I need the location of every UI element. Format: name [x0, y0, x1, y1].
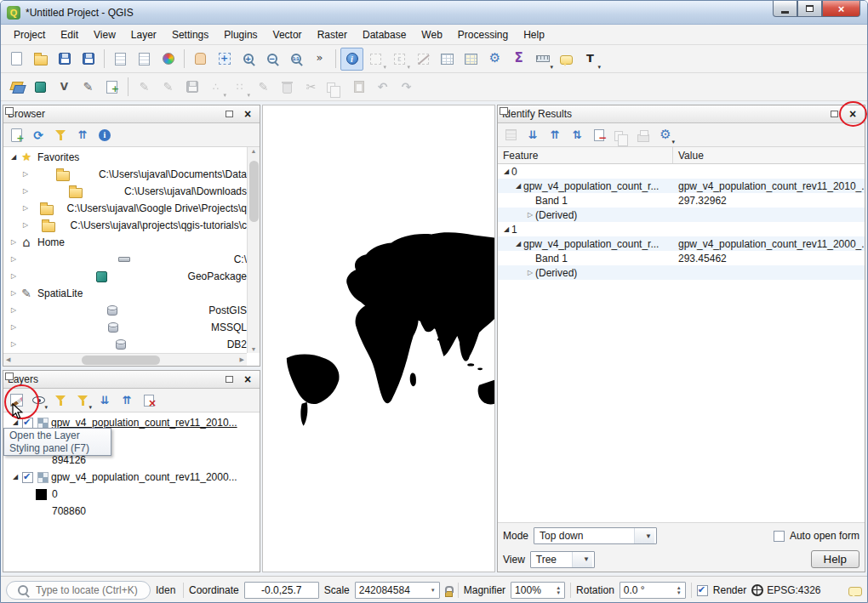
identify-row[interactable]: ▷(Derived): [498, 208, 865, 222]
menu-database[interactable]: Database: [355, 26, 414, 43]
save-project-as-button[interactable]: [77, 48, 100, 71]
float-panel-button[interactable]: [221, 373, 237, 387]
browser-tree-item[interactable]: ▷DB2: [3, 336, 247, 353]
scroll-up-icon[interactable]: ▲: [248, 148, 260, 154]
zoom-in-button[interactable]: +: [237, 48, 260, 71]
messages-button[interactable]: [848, 587, 862, 596]
expand-new-results-button[interactable]: ⇅: [567, 125, 587, 145]
expander-icon[interactable]: ▷: [525, 210, 535, 220]
menu-plugins[interactable]: Plugins: [216, 26, 265, 43]
menu-view[interactable]: View: [86, 26, 123, 43]
new-print-layout-button[interactable]: [109, 48, 132, 71]
browser-tree-item[interactable]: ▷C:\Users\ujaval\Documents\Data: [3, 166, 247, 183]
identify-settings-button[interactable]: ⚙▾: [655, 125, 676, 145]
zoom-native-resolution-button[interactable]: 1:1: [284, 48, 307, 71]
refresh-browser-button[interactable]: ⟳: [28, 125, 49, 145]
mode-dropdown[interactable]: Top down ▼: [534, 527, 657, 544]
legend-item[interactable]: 708860: [3, 503, 260, 520]
pan-map-button[interactable]: [189, 48, 212, 71]
save-project-button[interactable]: [53, 48, 76, 71]
close-window-button[interactable]: ×: [822, 1, 860, 17]
horizontal-scrollbar[interactable]: ◀ ▶: [3, 353, 247, 366]
collapse-tree-button[interactable]: ⇈: [545, 125, 565, 145]
close-identify-panel-button[interactable]: ×: [845, 107, 860, 122]
expander-icon[interactable]: ◢: [10, 472, 20, 482]
expander-icon[interactable]: ▷: [20, 220, 31, 230]
expander-icon[interactable]: ◢: [9, 152, 19, 162]
expand-all-button[interactable]: ⇊: [94, 390, 115, 411]
open-data-source-manager-button[interactable]: [5, 76, 28, 99]
titlebar[interactable]: Q *Untitled Project - QGIS ×: [1, 1, 867, 25]
browser-tree-item[interactable]: ◢★Favorites: [3, 149, 247, 166]
remove-layer-button[interactable]: [139, 390, 159, 411]
expand-tree-button[interactable]: ⇊: [523, 125, 543, 145]
close-panel-button[interactable]: ×: [240, 107, 255, 122]
layer-visibility-checkbox[interactable]: [22, 472, 33, 483]
open-attribute-table-button[interactable]: [436, 48, 459, 71]
browser-tree-item[interactable]: ▷C:\Users\ujaval\Downloads: [3, 183, 247, 200]
spinner-arrows-icon[interactable]: ▲▼: [556, 585, 561, 595]
identify-row[interactable]: ◢1: [498, 222, 865, 236]
menu-raster[interactable]: Raster: [310, 26, 355, 43]
expander-icon[interactable]: ▷: [525, 268, 535, 278]
open-layer-styling-button[interactable]: [6, 390, 26, 411]
menu-settings[interactable]: Settings: [164, 26, 216, 43]
crs-status[interactable]: EPSG:4326: [751, 583, 820, 598]
collapse-all-button[interactable]: ⇈: [117, 390, 137, 411]
browser-tree-item[interactable]: ▷✎SpatiaLite: [3, 285, 247, 302]
layer-visibility-checkbox[interactable]: [22, 418, 33, 429]
identify-row[interactable]: ◢0: [498, 164, 865, 179]
statistics-summary-button[interactable]: Σ: [507, 48, 530, 71]
options-button[interactable]: ⚙: [483, 48, 506, 71]
filter-browser-button[interactable]: [50, 125, 71, 145]
browser-tree-item[interactable]: ▷C:\: [3, 251, 247, 268]
field-calculator-button[interactable]: [460, 48, 483, 71]
browser-tree-item[interactable]: ▷MSSQL: [3, 319, 247, 336]
locator-search[interactable]: [6, 581, 151, 600]
menu-help[interactable]: Help: [516, 26, 552, 43]
expander-icon[interactable]: ▷: [9, 305, 19, 316]
float-panel-button[interactable]: [826, 107, 842, 122]
expander-icon[interactable]: ▷: [20, 186, 31, 196]
maximize-button[interactable]: [797, 1, 822, 17]
rotation-spinbox[interactable]: 0.0 ° ▲▼: [620, 582, 686, 599]
render-checkbox[interactable]: [697, 585, 708, 596]
expander-icon[interactable]: ◢: [513, 239, 523, 249]
float-panel-button[interactable]: [221, 107, 237, 122]
expander-icon[interactable]: ▷: [20, 169, 31, 179]
menu-project[interactable]: Project: [6, 26, 53, 43]
locator-input[interactable]: [36, 584, 146, 596]
expander-icon[interactable]: ◢: [513, 181, 523, 191]
coordinate-input[interactable]: [248, 584, 315, 596]
identify-row[interactable]: ▷(Derived): [498, 265, 865, 280]
magnifier-spinbox[interactable]: 100% ▲▼: [511, 582, 565, 599]
new-spatialite-layer-button[interactable]: ✎: [77, 76, 100, 99]
add-selected-layers-button[interactable]: [6, 125, 26, 145]
expander-icon[interactable]: ▷: [9, 339, 19, 350]
style-manager-button[interactable]: [157, 48, 180, 71]
scrollbar-thumb[interactable]: [249, 161, 259, 222]
scroll-left-icon[interactable]: ◀: [6, 356, 10, 363]
map-canvas[interactable]: [262, 105, 495, 572]
filter-legend-button[interactable]: [50, 390, 71, 411]
browser-tree-item[interactable]: ▷GeoPackage: [3, 268, 247, 285]
auto-open-form-checkbox[interactable]: [774, 531, 785, 542]
new-shapefile-layer-button[interactable]: V: [53, 76, 76, 99]
measure-button[interactable]: ▾: [531, 48, 554, 71]
menu-web[interactable]: Web: [414, 26, 449, 43]
column-header-value[interactable]: Value: [673, 150, 704, 162]
lock-scale-icon[interactable]: [445, 591, 453, 597]
menu-layer[interactable]: Layer: [123, 26, 164, 43]
new-geopackage-layer-button[interactable]: [29, 76, 52, 99]
text-annotation-button[interactable]: T▾: [579, 48, 602, 71]
identify-row[interactable]: Band 1293.45462: [498, 251, 865, 265]
expander-icon[interactable]: ▷: [9, 237, 19, 247]
new-virtual-layer-button[interactable]: [100, 76, 123, 99]
view-dropdown[interactable]: Tree ▼: [530, 551, 595, 568]
help-button[interactable]: Help: [811, 550, 859, 568]
legend-item[interactable]: 0: [3, 486, 260, 503]
collapse-all-button[interactable]: ⇈: [72, 125, 93, 145]
expander-icon[interactable]: ◢: [501, 225, 511, 235]
expander-icon[interactable]: ◢: [10, 418, 20, 428]
expander-icon[interactable]: ▷: [20, 203, 31, 213]
